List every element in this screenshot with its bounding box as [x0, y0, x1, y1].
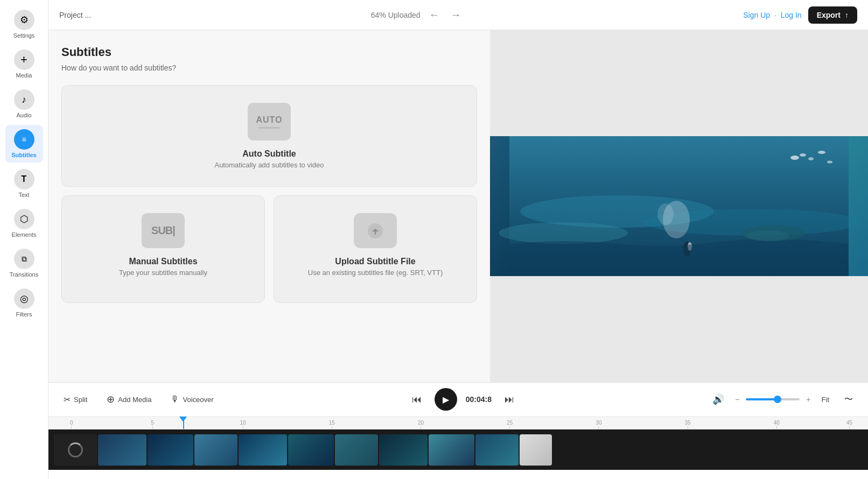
split-icon: ✂ — [64, 395, 71, 405]
log-in-link[interactable]: Log In — [781, 11, 802, 19]
timeline-ruler: 0 5 10 15 20 25 30 35 40 45 — [48, 417, 868, 429]
text-icon: T — [14, 169, 34, 189]
video-preview — [490, 136, 868, 276]
add-media-icon: ⊕ — [107, 393, 115, 405]
add-media-button[interactable]: ⊕ Add Media — [102, 391, 156, 407]
add-media-label: Add Media — [118, 396, 151, 404]
svg-point-6 — [657, 203, 674, 225]
auto-subtitle-card[interactable]: AUTO Auto Subtitle Automatically add sub… — [61, 85, 477, 187]
waveform-button[interactable]: 〜 — [840, 392, 857, 407]
clip-2[interactable] — [98, 434, 146, 466]
svg-point-8 — [800, 153, 806, 157]
sidebar-label-filters: Filters — [16, 311, 32, 318]
export-label: Export — [817, 11, 841, 19]
voiceover-label: Voiceover — [183, 396, 213, 404]
sidebar-item-subtitles[interactable]: ≡ Subtitles — [5, 125, 43, 163]
play-button[interactable]: ▶ — [435, 388, 457, 411]
export-icon: ↑ — [845, 11, 849, 19]
manual-subtitle-desc: Type your subtitles manually — [119, 269, 207, 277]
sidebar-item-text[interactable]: T Text — [5, 165, 43, 202]
clip-11[interactable] — [520, 434, 552, 466]
manual-subtitle-title: Manual Subtitles — [129, 257, 197, 266]
upload-icon-svg — [367, 222, 384, 240]
clip-1[interactable] — [54, 434, 97, 466]
svg-point-9 — [808, 157, 814, 160]
svg-point-11 — [827, 161, 832, 164]
split-button[interactable]: ✂ Split — [59, 392, 92, 407]
svg-point-4 — [499, 222, 628, 244]
clip-7[interactable] — [335, 434, 378, 466]
project-name[interactable]: Project ... — [59, 11, 91, 19]
playhead-triangle — [179, 417, 187, 422]
upload-subtitle-icon — [354, 213, 397, 248]
audio-icon: ♪ — [14, 89, 34, 110]
media-icon: + — [14, 50, 34, 70]
video-preview-panel — [490, 30, 868, 382]
voiceover-button[interactable]: 🎙 Voiceover — [166, 392, 218, 406]
sidebar-item-elements[interactable]: ⬡ Elements — [5, 205, 43, 242]
volume-button[interactable]: 🔊 — [708, 391, 729, 407]
upload-subtitle-title: Upload Subtitle File — [335, 257, 415, 266]
upload-status: 64% Uploaded — [371, 11, 421, 19]
sidebar-label-subtitles: Subtitles — [11, 152, 36, 158]
elements-icon: ⬡ — [14, 209, 34, 229]
playback-controls: ⏮ ▶ 00:04:8 ⏭ — [229, 388, 698, 411]
video-track — [48, 429, 868, 470]
clip-5[interactable] — [239, 434, 287, 466]
fit-button[interactable]: Fit — [817, 393, 834, 406]
clip-6[interactable] — [288, 434, 334, 466]
clip-8[interactable] — [379, 434, 428, 466]
subtitle-options-row: SUB| Manual Subtitles Type your subtitle… — [61, 195, 477, 303]
playhead[interactable] — [183, 417, 184, 429]
clip-9[interactable] — [429, 434, 474, 466]
rewind-button[interactable]: ⏮ — [408, 392, 426, 407]
auto-icon-line — [258, 127, 280, 129]
panel-subtitle: How do you want to add subtitles? — [61, 64, 477, 72]
sidebar-item-filters[interactable]: ◎ Filters — [5, 284, 43, 322]
ruler-mark-0: 0 — [70, 420, 73, 429]
clip-10[interactable] — [475, 434, 519, 466]
sidebar-label-transitions: Transitions — [10, 271, 38, 278]
svg-point-10 — [818, 151, 825, 154]
zoom-out-icon: − — [735, 395, 739, 404]
ruler-mark-15: 15 — [329, 420, 335, 429]
settings-icon: ⚙ — [14, 10, 34, 30]
zoom-in-icon: + — [806, 395, 810, 404]
redo-button[interactable]: → — [449, 6, 464, 23]
auto-subtitle-icon: AUTO — [248, 103, 291, 140]
sidebar-label-audio: Audio — [16, 112, 31, 118]
clip-3[interactable] — [148, 434, 193, 466]
panel-title: Subtitles — [61, 45, 477, 59]
time-display: 00:04:8 — [466, 395, 492, 404]
filters-icon: ◎ — [14, 288, 34, 309]
undo-button[interactable]: ← — [427, 6, 442, 23]
sign-up-link[interactable]: Sign Up — [743, 11, 770, 19]
ruler-mark-10: 10 — [240, 420, 246, 429]
upload-subtitle-desc: Use an existing subtitles file (eg. SRT,… — [308, 269, 443, 277]
auto-icon-text: AUTO — [256, 115, 282, 125]
sidebar-label-elements: Elements — [12, 231, 37, 238]
manual-subtitle-card[interactable]: SUB| Manual Subtitles Type your subtitle… — [61, 195, 265, 303]
track-clips — [54, 434, 863, 466]
topbar-left: Project ... — [59, 11, 91, 19]
clip-4[interactable] — [194, 434, 237, 466]
ruler-mark-45: 45 — [846, 420, 852, 429]
sidebar-item-transitions[interactable]: ⧉ Transitions — [5, 244, 43, 282]
timeline: ✂ Split ⊕ Add Media 🎙 Voiceover ⏮ ▶ 00:0… — [48, 382, 868, 479]
sidebar-label-media: Media — [16, 72, 32, 79]
upload-subtitle-card[interactable]: Upload Subtitle File Use an existing sub… — [274, 195, 477, 303]
sidebar-item-media[interactable]: + Media — [5, 45, 43, 83]
sidebar-item-audio[interactable]: ♪ Audio — [5, 85, 43, 123]
ruler-mark-5: 5 — [151, 420, 154, 429]
main-area: Project ... 64% Uploaded ← → Sign Up · L… — [48, 0, 868, 479]
export-button[interactable]: Export ↑ — [808, 6, 857, 24]
fast-forward-button[interactable]: ⏭ — [500, 392, 519, 407]
sidebar-item-settings[interactable]: ⚙ Settings — [5, 5, 43, 43]
split-label: Split — [74, 396, 87, 404]
svg-point-15 — [746, 230, 789, 241]
auto-subtitle-title: Auto Subtitle — [242, 149, 296, 159]
ruler-mark-20: 20 — [418, 420, 424, 429]
ruler-mark-35: 35 — [685, 420, 691, 429]
ruler-mark-40: 40 — [774, 420, 780, 429]
zoom-slider[interactable] — [746, 398, 800, 400]
